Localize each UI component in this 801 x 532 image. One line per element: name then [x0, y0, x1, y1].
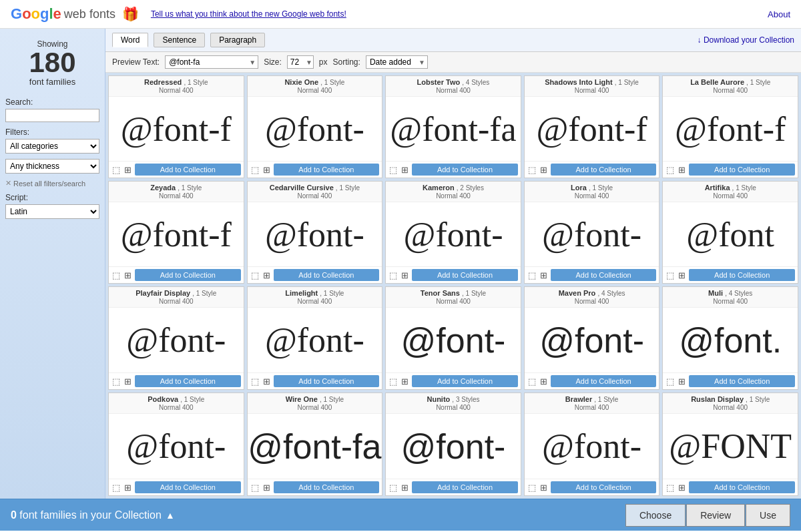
add-to-collection-btn[interactable]: Add to Collection [412, 269, 518, 281]
showing-sub: font families [5, 77, 99, 87]
preview-icon-btn[interactable]: ⬚ [111, 164, 121, 176]
tab-word[interactable]: Word [112, 33, 148, 47]
quick-use-icon-btn[interactable]: ⊞ [400, 270, 409, 281]
preview-icon-btn[interactable]: ⬚ [527, 376, 537, 387]
quick-use-icon-btn[interactable]: ⊞ [262, 376, 271, 387]
choose-button[interactable]: Choose [625, 504, 686, 527]
quick-use-icon-btn[interactable]: ⊞ [539, 164, 548, 176]
font-name: Ruslan Display [691, 395, 744, 403]
quick-use-icon-btn[interactable]: ⊞ [539, 482, 548, 493]
add-to-collection-btn[interactable]: Add to Collection [274, 269, 380, 281]
quick-use-icon-btn[interactable]: ⊞ [262, 164, 271, 176]
quick-use-icon-btn[interactable]: ⊞ [262, 270, 271, 281]
add-to-collection-btn[interactable]: Add to Collection [689, 375, 795, 387]
review-button[interactable]: Review [686, 504, 745, 527]
script-select[interactable]: LatinCyrillicGreekVietnamese [5, 204, 99, 219]
preview-icon-btn[interactable]: ⬚ [111, 482, 121, 493]
preview-icon-btn[interactable]: ⬚ [250, 164, 260, 176]
font-weight: Normal 400 [159, 87, 194, 94]
preview-icon-btn[interactable]: ⬚ [665, 270, 675, 281]
add-to-collection-btn[interactable]: Add to Collection [135, 269, 241, 281]
font-preview: @font-f [525, 97, 659, 161]
search-label: Search: [5, 97, 99, 107]
add-to-collection-btn[interactable]: Add to Collection [135, 481, 241, 493]
preview-icon-btn[interactable]: ⬚ [250, 482, 260, 493]
add-to-collection-btn[interactable]: Add to Collection [274, 481, 380, 493]
add-to-collection-btn[interactable]: Add to Collection [135, 164, 241, 176]
preview-icon-btn[interactable]: ⬚ [250, 376, 260, 387]
tab-sentence[interactable]: Sentence [154, 33, 205, 47]
font-card-footer: ⬚ ⊞ Add to Collection [386, 372, 521, 389]
preview-icon-btn[interactable]: ⬚ [527, 482, 537, 493]
preview-icon-btn[interactable]: ⬚ [388, 164, 398, 176]
add-to-collection-btn[interactable]: Add to Collection [551, 164, 657, 176]
preview-icon-btn[interactable]: ⬚ [665, 164, 675, 176]
search-input[interactable] [5, 109, 99, 122]
quick-use-icon-btn[interactable]: ⊞ [678, 270, 686, 281]
add-to-collection-btn[interactable]: Add to Collection [551, 481, 657, 493]
toolbar-right: ↓ Download your Collection [698, 35, 794, 45]
sort-select[interactable]: Date addedTrendingPopularityAlphabetical [366, 55, 428, 69]
quick-use-icon-btn[interactable]: ⊞ [539, 270, 548, 281]
thickness-select[interactable]: Any thicknessThinLightRegularBoldBlack [5, 159, 99, 174]
font-card-footer: ⬚ ⊞ Add to Collection [663, 372, 798, 389]
preview-icon-btn[interactable]: ⬚ [527, 164, 537, 176]
font-name: Podkova [148, 395, 178, 403]
quick-use-icon-btn[interactable]: ⊞ [400, 482, 409, 493]
font-styles: , 4 Styles [725, 290, 752, 297]
quick-use-icon-btn[interactable]: ⊞ [678, 164, 686, 176]
preview-icon-btn[interactable]: ⬚ [388, 376, 398, 387]
preview-icon-btn[interactable]: ⬚ [111, 376, 121, 387]
preview-icon-btn[interactable]: ⬚ [388, 270, 398, 281]
quick-use-icon-btn[interactable]: ⊞ [400, 376, 409, 387]
add-to-collection-btn[interactable]: Add to Collection [689, 269, 795, 281]
category-select[interactable]: All categoriesSerifSans-serifDisplayHand… [5, 139, 99, 154]
add-to-collection-btn[interactable]: Add to Collection [412, 375, 518, 387]
font-card-footer: ⬚ ⊞ Add to Collection [525, 161, 659, 178]
preview-icon-btn[interactable]: ⬚ [250, 270, 260, 281]
font-preview: @FONT [663, 414, 798, 479]
tagline-link[interactable]: Tell us what you think about the new Goo… [151, 9, 346, 19]
add-to-collection-btn[interactable]: Add to Collection [412, 164, 518, 176]
add-to-collection-btn[interactable]: Add to Collection [135, 375, 241, 387]
download-link[interactable]: ↓ Download your Collection [698, 35, 794, 45]
add-to-collection-btn[interactable]: Add to Collection [274, 375, 380, 387]
tab-paragraph[interactable]: Paragraph [210, 33, 265, 47]
quick-use-icon-btn[interactable]: ⊞ [539, 376, 548, 387]
font-preview: @font. [663, 308, 798, 372]
font-preview: @font-f [109, 97, 244, 161]
preview-icon-btn[interactable]: ⬚ [111, 270, 121, 281]
quick-use-icon-btn[interactable]: ⊞ [262, 482, 271, 493]
add-to-collection-btn[interactable]: Add to Collection [551, 269, 657, 281]
use-button[interactable]: Use [746, 504, 790, 527]
bottom-bar: 0 font families in your Collection ▲ Cho… [0, 499, 801, 531]
font-weight: Normal 400 [575, 404, 609, 411]
quick-use-icon-btn[interactable]: ⊞ [123, 376, 132, 387]
add-to-collection-btn[interactable]: Add to Collection [689, 164, 795, 176]
quick-use-icon-btn[interactable]: ⊞ [400, 164, 409, 176]
font-name: Limelight [285, 289, 318, 297]
font-card-footer: ⬚ ⊞ Add to Collection [525, 266, 659, 283]
font-card: Redressed , 1 StyleNormal 400@font-f ⬚ ⊞… [108, 75, 244, 178]
font-styles: , 1 Style [746, 396, 770, 403]
quick-use-icon-btn[interactable]: ⊞ [678, 482, 686, 493]
preview-icon-btn[interactable]: ⬚ [527, 270, 537, 281]
add-to-collection-btn[interactable]: Add to Collection [274, 164, 380, 176]
font-card-header: Lobster Two , 4 StylesNormal 400 [386, 76, 521, 97]
font-weight: Normal 400 [298, 404, 332, 411]
reset-filters[interactable]: ✕ Reset all filters/search [5, 179, 99, 188]
quick-use-icon-btn[interactable]: ⊞ [678, 376, 686, 387]
about-link[interactable]: About [768, 9, 790, 19]
preview-input[interactable] [165, 55, 258, 69]
quick-use-icon-btn[interactable]: ⊞ [123, 482, 132, 493]
quick-use-icon-btn[interactable]: ⊞ [123, 164, 132, 176]
add-to-collection-btn[interactable]: Add to Collection [551, 375, 657, 387]
add-to-collection-btn[interactable]: Add to Collection [689, 481, 795, 493]
font-preview: @font- [386, 202, 521, 266]
header: Google web fonts 🎁 Tell us what you thin… [0, 0, 801, 29]
quick-use-icon-btn[interactable]: ⊞ [123, 270, 132, 281]
preview-icon-btn[interactable]: ⬚ [388, 482, 398, 493]
preview-icon-btn[interactable]: ⬚ [665, 376, 675, 387]
add-to-collection-btn[interactable]: Add to Collection [412, 481, 518, 493]
preview-icon-btn[interactable]: ⬚ [665, 482, 675, 493]
